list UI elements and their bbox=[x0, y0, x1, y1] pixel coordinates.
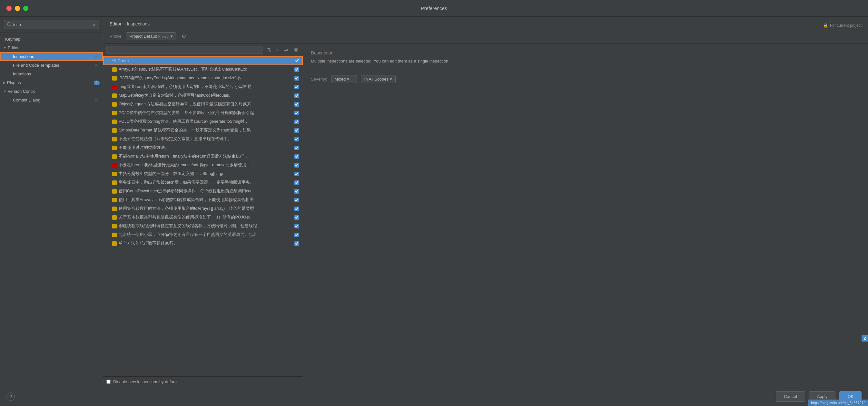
search-wrap: ✕ bbox=[4, 20, 99, 29]
minimize-button[interactable] bbox=[15, 6, 20, 11]
inspection-severity-color bbox=[112, 241, 117, 246]
close-button[interactable] bbox=[6, 6, 11, 11]
group-header-ali-check[interactable]: ▼ Ali-Check bbox=[103, 56, 303, 65]
main-layout: ✕ Keymap ▼ Editor Inspections ⎘ File and… bbox=[0, 17, 868, 387]
inspection-checkbox[interactable] bbox=[294, 128, 299, 133]
group-name-ali-check: Ali-Check bbox=[112, 58, 292, 63]
list-toolbar: ⚗ ≡ ⇌ ▣ bbox=[103, 44, 303, 56]
maximize-button[interactable] bbox=[23, 6, 28, 11]
sidebar-category-plugins[interactable]: ▶ Plugins 1 bbox=[0, 78, 103, 87]
sidebar-item-inspections[interactable]: Inspections ⎘ bbox=[0, 52, 103, 61]
inspection-item[interactable]: SimpleDateFormat 是线程不安全的类，一般不要定义为static变… bbox=[103, 126, 303, 135]
profile-value: Project Default bbox=[129, 34, 157, 39]
sidebar-item-commit-dialog[interactable]: Commit Dialog ⎘ bbox=[0, 96, 103, 104]
sidebar-item-file-code-templates[interactable]: File and Code Templates ⎘ bbox=[0, 61, 103, 70]
inspection-checkbox[interactable] bbox=[294, 111, 299, 115]
inspection-item[interactable]: 不允许任何魔法值（即未经定义的常量）直接出现在代码中。 bbox=[103, 135, 303, 143]
sidebar-item-intentions[interactable]: Intentions bbox=[0, 70, 103, 78]
scope-select[interactable]: In All Scopes ▾ bbox=[361, 75, 396, 83]
breadcrumb-current: Inspections bbox=[127, 21, 150, 26]
inspection-checkbox[interactable] bbox=[294, 85, 299, 89]
inspection-checkbox[interactable] bbox=[294, 137, 299, 141]
inspection-checkbox[interactable] bbox=[294, 163, 299, 168]
inspection-item[interactable]: 使用CountDownLatch进行异步转同步操作，每个线程退出前必须调用cou bbox=[103, 187, 303, 196]
profile-tag: Project bbox=[158, 34, 169, 38]
inspection-text: 不要在foreach循环里进行元素的remove/add操作，remove元素请… bbox=[119, 162, 292, 168]
inspection-text: 单个方法的总行数不超过80行。 bbox=[119, 241, 292, 246]
inspection-item[interactable]: 关于基本数据类型与包装数据类型的使用标准如下： 1）所有的POJO类 bbox=[103, 213, 303, 222]
inspection-checkbox[interactable] bbox=[294, 172, 299, 176]
inspection-checkbox[interactable] bbox=[294, 189, 299, 194]
inspection-checkbox[interactable] bbox=[294, 102, 299, 107]
collapse-button[interactable]: ⇌ bbox=[283, 46, 289, 54]
inspection-item[interactable]: 包名统一使用小写，点分隔符之间有且仅有一个自然语义的英语单词。包名 bbox=[103, 230, 303, 239]
sidebar-category-version-control[interactable]: ▼ Version Control bbox=[0, 87, 103, 96]
list-search-input[interactable] bbox=[106, 46, 262, 54]
inspection-checkbox[interactable] bbox=[294, 120, 299, 124]
severity-select[interactable]: Mixed ▾ bbox=[331, 75, 357, 83]
inspection-item[interactable]: POJO类必须写toString方法。使用工具类source> generate… bbox=[103, 117, 303, 126]
inspection-item[interactable]: 创建线程或线程池时请指定有意义的线程名称，方便出错时回溯。创建线程 bbox=[103, 222, 303, 230]
severity-value: Mixed bbox=[335, 77, 346, 81]
sidebar-tree: Keymap ▼ Editor Inspections ⎘ File and C… bbox=[0, 33, 103, 387]
inspection-checkbox[interactable] bbox=[294, 154, 299, 159]
inspection-item[interactable]: Object的equals方法容易抛空指针异常，应使用常量或确定有值的对象来 bbox=[103, 100, 303, 109]
content-area: Editor › Inspections 🔒 For current proje… bbox=[103, 17, 868, 387]
sidebar-category-editor[interactable]: ▼ Editor bbox=[0, 43, 103, 52]
severity-row: Severity: Mixed ▾ In All Scopes ▾ bbox=[311, 75, 860, 83]
inspection-checkbox[interactable] bbox=[294, 224, 299, 229]
sidebar-item-keymap[interactable]: Keymap bbox=[0, 35, 103, 43]
inspection-checkbox[interactable] bbox=[294, 198, 299, 202]
window-title: Preferences bbox=[421, 5, 447, 11]
inspection-text: 不允许任何魔法值（即未经定义的常量）直接出现在代码中。 bbox=[119, 136, 292, 142]
inspection-item[interactable]: Map/Set的key为自定义对象时，必须重写hashCode和equals。 bbox=[103, 91, 303, 100]
inspection-item[interactable]: 不能使用过时的类或方法。 bbox=[103, 143, 303, 152]
search-input[interactable] bbox=[13, 22, 90, 27]
cancel-button[interactable]: Cancel bbox=[776, 391, 805, 402]
inspection-item[interactable]: 中括号是数组类型的一部分，数组定义如下：String[] args bbox=[103, 169, 303, 178]
inspection-checkbox[interactable] bbox=[294, 215, 299, 220]
inspection-checkbox[interactable] bbox=[294, 241, 299, 246]
description-section: Description Multiple inspections are sel… bbox=[311, 50, 860, 65]
inspection-checkbox[interactable] bbox=[294, 146, 299, 150]
titlebar: Preferences bbox=[0, 0, 868, 17]
profile-select[interactable]: Project Default Project ▾ bbox=[126, 32, 176, 40]
copy-icon-file-templates: ⎘ bbox=[95, 63, 98, 68]
inspection-item[interactable]: 使用集合转数组的方法，必须使用集合的toArray(T[] array)，传入的… bbox=[103, 204, 303, 213]
inspection-item[interactable]: 单个方法的总行数不超过80行。 bbox=[103, 239, 303, 248]
vc-chevron-icon: ▼ bbox=[3, 90, 6, 93]
inspection-item[interactable]: 事务场景中，抛出异常被catch后，如果需要回滚，一定要手动回滚事务。 bbox=[103, 178, 303, 187]
inspection-item[interactable]: POJO类中的任何布尔类型的变量，都不要加is，否则部分框架解析会引起 bbox=[103, 109, 303, 117]
inspection-severity-color bbox=[112, 76, 117, 80]
inspection-item[interactable]: 使用工具类Arrays.asList()把数组转换成集合时，不能使用其修改集合相… bbox=[103, 196, 303, 204]
profile-row: Profile: Project Default Project ▾ ⚙ bbox=[110, 32, 862, 40]
expand-button[interactable]: ≡ bbox=[275, 46, 280, 54]
help-button[interactable]: ? bbox=[6, 393, 15, 401]
inspection-item[interactable]: iBATIS自带的queryForList(String statementNa… bbox=[103, 74, 303, 82]
inspection-severity-color bbox=[112, 163, 117, 168]
breadcrumb-separator: › bbox=[123, 21, 125, 26]
disable-checkbox[interactable] bbox=[106, 380, 111, 384]
corner-badge: 2 bbox=[862, 335, 868, 342]
filter-button[interactable]: ⚗ bbox=[265, 46, 272, 54]
group-button[interactable]: ▣ bbox=[292, 46, 300, 54]
inspection-text: Object的equals方法容易抛空指针异常，应使用常量或确定有值的对象来 bbox=[119, 102, 292, 107]
inspection-severity-color bbox=[112, 67, 117, 72]
inspection-checkbox[interactable] bbox=[294, 180, 299, 185]
search-clear-button[interactable]: ✕ bbox=[92, 23, 96, 27]
inspection-checkbox[interactable] bbox=[294, 67, 299, 72]
group-checkbox-ali-check[interactable] bbox=[294, 58, 300, 63]
inspection-text: long或者Long初始赋值时，必须使用大写的L，不能是小写的l，小写容易 bbox=[119, 84, 292, 90]
inspection-checkbox[interactable] bbox=[294, 233, 299, 237]
inspection-severity-color bbox=[112, 198, 117, 202]
gear-button[interactable]: ⚙ bbox=[180, 33, 188, 40]
inspection-item[interactable]: long或者Long初始赋值时，必须使用大写的L，不能是小写的l，小写容易 bbox=[103, 82, 303, 91]
inspection-item[interactable]: ArrayList的subList结果不可强转成ArrayList，否则会抛出C… bbox=[103, 65, 303, 74]
inspection-checkbox[interactable] bbox=[294, 76, 299, 80]
inspection-checkbox[interactable] bbox=[294, 94, 299, 98]
inspection-checkbox[interactable] bbox=[294, 207, 299, 211]
inspection-severity-color bbox=[112, 207, 117, 211]
inspection-text: 中括号是数组类型的一部分，数组定义如下：String[] args bbox=[119, 171, 292, 177]
inspection-item[interactable]: 不要在foreach循环里进行元素的remove/add操作，remove元素请… bbox=[103, 161, 303, 169]
inspection-item[interactable]: 不能在finally块中使用return，finally块中的return返回后… bbox=[103, 152, 303, 161]
